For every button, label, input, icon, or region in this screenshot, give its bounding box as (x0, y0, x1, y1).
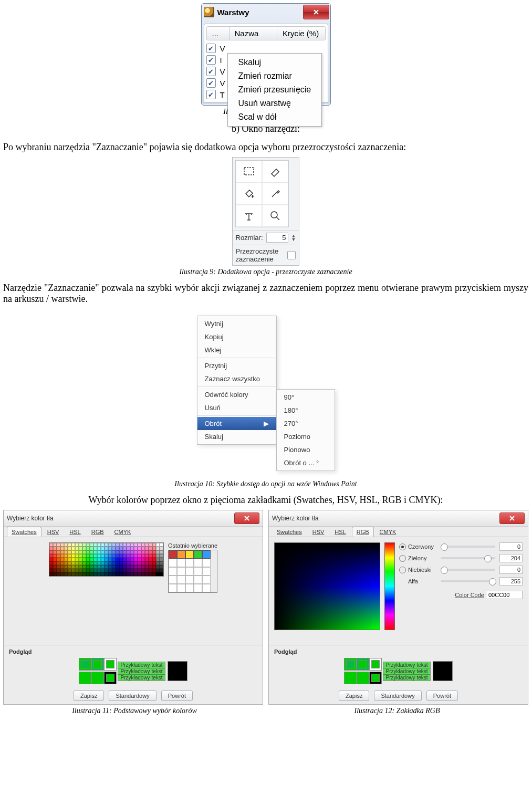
radio-blue[interactable] (399, 567, 406, 573)
spinner-arrows-icon[interactable]: ▲▼ (291, 234, 296, 242)
preview-text-stripes: Przykładowy tekst Przykładowy tekst Przy… (118, 662, 165, 681)
close-icon (244, 516, 249, 521)
layer-context-menu: Skaluj Zmień rozmiar Zmień przesunięcie … (227, 53, 322, 127)
radio-red[interactable] (399, 543, 406, 550)
alpha-value[interactable]: 255 (499, 577, 523, 585)
close-icon (509, 516, 515, 521)
tab-cmyk[interactable]: CMYK (110, 527, 136, 537)
menu-item-invert-colors[interactable]: Odwróć kolory (197, 388, 276, 401)
red-slider[interactable] (441, 546, 495, 548)
preview-text-stripes: Przykładowy tekst Przykładowy tekst Przy… (383, 662, 430, 681)
radio-green[interactable] (399, 555, 406, 562)
back-button[interactable]: Powrót (161, 691, 193, 701)
tab-rgb[interactable]: RGB (87, 527, 109, 537)
checkbox-icon[interactable] (206, 67, 216, 76)
size-spinner[interactable]: 5 (266, 233, 288, 243)
recent-label: Ostatnio wybierane (168, 542, 217, 549)
tab-rgb[interactable]: RGB (352, 527, 374, 537)
submenu-item-180[interactable]: 180° (277, 404, 335, 417)
color-dialog-swatches: Wybierz kolor tła Swatches HSV HSL RGB C… (3, 510, 263, 705)
bucket-icon (243, 187, 255, 200)
size-label: Rozmiar: (236, 234, 263, 242)
layer-partial-label: V (220, 79, 225, 88)
menu-item-rotate[interactable]: Obrót ▶ (197, 417, 276, 430)
menu-item-delete[interactable]: Usuń (197, 401, 276, 414)
sample-text-1: Przykładowy tekst (383, 662, 430, 668)
tab-cmyk[interactable]: CMYK (375, 527, 401, 537)
color-tabs: Swatches HSV HSL RGB CMYK (269, 527, 528, 537)
tab-swatches[interactable]: Swatches (272, 527, 307, 537)
hue-slider[interactable] (384, 542, 395, 630)
magnifier-icon (269, 210, 281, 222)
red-value[interactable]: 0 (499, 542, 523, 551)
menu-item-cut[interactable]: Wytnij (197, 317, 276, 330)
tab-hsl[interactable]: HSL (65, 527, 85, 537)
checkbox-icon[interactable] (206, 55, 216, 65)
default-button[interactable]: Standardowy (374, 691, 421, 701)
tool-eraser[interactable] (262, 161, 288, 183)
tab-hsl[interactable]: HSL (330, 527, 350, 537)
menu-item-merge-down[interactable]: Scal w dół (228, 110, 322, 124)
menu-item-scale[interactable]: Skaluj (197, 430, 276, 443)
preview-label: Podgląd (274, 648, 523, 655)
transparent-selection-row: Przezroczyste zaznaczenie (233, 245, 299, 265)
rotate-submenu: 90° 180° 270° Poziomo Pionowo Obrót o ..… (276, 389, 335, 471)
menu-item-offset[interactable]: Zmień przesunięcie (228, 83, 322, 97)
default-button[interactable]: Standardowy (109, 691, 156, 701)
menu-item-select-all[interactable]: Zaznacz wszystko (197, 372, 276, 385)
layer-row[interactable]: V (206, 43, 326, 54)
menu-item-resize[interactable]: Zmień rozmiar (228, 69, 322, 83)
swatch-palette[interactable] (49, 542, 164, 577)
preview-current-color (433, 661, 453, 681)
window-title: Warstwy (217, 8, 297, 17)
tool-picker[interactable] (262, 183, 288, 205)
alpha-slider[interactable] (441, 580, 495, 582)
green-value[interactable]: 204 (499, 554, 523, 562)
menu-item-rotate-label: Obrót (205, 420, 222, 427)
submenu-item-270[interactable]: 270° (277, 417, 335, 430)
submenu-item-arbitrary[interactable]: Obrót o ... ° (277, 456, 335, 469)
tool-options-panel: Rozmiar: 5 ▲▼ Przezroczyste zaznaczenie (232, 157, 300, 266)
checkbox-icon[interactable] (206, 44, 216, 53)
tab-hsv[interactable]: HSV (43, 527, 64, 537)
back-button[interactable]: Powrót (426, 691, 458, 701)
recent-colors[interactable] (168, 550, 217, 593)
transparent-checkbox[interactable] (287, 251, 296, 259)
checkbox-icon[interactable] (206, 78, 216, 88)
layers-window: Warstwy ... Nazwa Krycie (%) V I V V T S… (201, 3, 331, 106)
tab-swatches[interactable]: Swatches (7, 527, 41, 537)
save-button[interactable]: Zapisz (74, 691, 104, 701)
tab-hsv[interactable]: HSV (308, 527, 329, 537)
menu-item-scale[interactable]: Skaluj (228, 56, 322, 69)
blue-value[interactable]: 0 (499, 566, 523, 574)
tool-fill[interactable] (236, 183, 262, 205)
save-button[interactable]: Zapisz (339, 691, 369, 701)
text-tool-icon (243, 210, 255, 222)
tool-zoom[interactable] (262, 205, 288, 227)
color-code-input[interactable] (486, 591, 523, 599)
submenu-item-90[interactable]: 90° (277, 391, 335, 404)
checkbox-icon[interactable] (206, 90, 216, 99)
close-button[interactable] (234, 512, 259, 524)
menu-item-delete-layer[interactable]: Usuń warstwę (228, 97, 322, 110)
submenu-item-vertical[interactable]: Pionowo (277, 443, 335, 456)
color-dialogs-row: Wybierz kolor tła Swatches HSV HSL RGB C… (3, 510, 528, 705)
submenu-item-horizontal[interactable]: Poziomo (277, 430, 335, 443)
eraser-icon (269, 165, 281, 178)
blue-slider[interactable] (441, 569, 495, 571)
green-slider[interactable] (441, 557, 495, 559)
green-label: Zielony (408, 555, 436, 561)
tool-text[interactable] (236, 205, 262, 227)
color-code-label: Color Code (455, 592, 484, 598)
close-button[interactable] (499, 512, 525, 524)
menu-item-copy[interactable]: Kopiuj (197, 330, 276, 343)
layer-partial-label: T (220, 90, 225, 99)
color-tabs: Swatches HSV HSL RGB CMYK (4, 527, 263, 537)
close-button[interactable] (303, 5, 329, 19)
menu-item-paste[interactable]: Wklej (197, 343, 276, 357)
menu-item-crop[interactable]: Przytnij (197, 359, 276, 372)
layer-partial-label: V (220, 44, 225, 53)
svg-rect-0 (244, 168, 254, 175)
color-gradient[interactable] (274, 542, 380, 630)
tool-select[interactable] (236, 161, 262, 183)
